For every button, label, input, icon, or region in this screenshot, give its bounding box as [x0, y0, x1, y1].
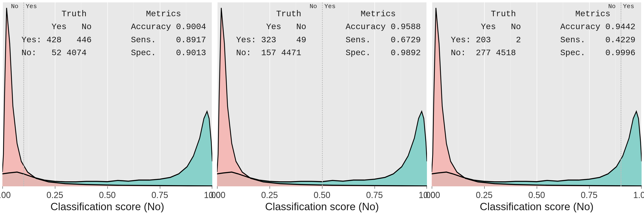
threshold-line — [322, 3, 323, 186]
threshold-yes-label: Yes — [324, 3, 336, 10]
xtick: 0.00 — [209, 190, 226, 200]
threshold-no-label: No — [11, 3, 18, 10]
xtick: 0.75 — [152, 190, 168, 200]
xtick: 0.25 — [46, 190, 63, 200]
xtick: 0.00 — [0, 190, 11, 200]
xtick: 1.00 — [633, 190, 644, 200]
tick-marks — [2, 186, 212, 189]
metrics-block: Metrics Accuracy 0.9442 Sens. 0.4229 Spe… — [560, 8, 636, 60]
x-axis-ticks: 0.00 0.25 0.50 0.75 1.00 — [2, 189, 212, 200]
xtick: 0.25 — [476, 190, 492, 200]
xtick: 0.50 — [314, 190, 330, 200]
xtick: 0.00 — [423, 190, 440, 200]
plot-area: No Yes Truth Yes No Yes: 428 446 No: 52 … — [2, 3, 212, 186]
plot-area: No Yes Truth Yes No Yes: 203 2 No: 277 4… — [432, 3, 642, 186]
x-axis-label: Classification score (No) — [217, 200, 427, 212]
xtick: 0.75 — [581, 190, 598, 200]
chart-panel-1: No Yes Truth Yes No Yes: 323 49 No: 157 … — [215, 0, 429, 215]
x-axis-label: Classification score (No) — [432, 200, 642, 212]
tick-marks — [432, 186, 642, 189]
x-axis-label: Classification score (No) — [2, 200, 212, 212]
xtick: 0.75 — [366, 190, 383, 200]
confusion-matrix-block: Truth Yes No Yes: 203 2 No: 277 4518 — [451, 8, 521, 60]
confusion-matrix-block: Truth Yes No Yes: 323 49 No: 157 4471 — [236, 8, 306, 60]
xtick: 0.50 — [99, 190, 116, 200]
x-axis-ticks: 0.00 0.25 0.50 0.75 1.00 — [217, 189, 427, 200]
threshold-no-label: No — [310, 3, 317, 10]
metrics-block: Metrics Accuracy 0.9588 Sens. 0.6729 Spe… — [346, 8, 421, 60]
chart-panel-2: No Yes Truth Yes No Yes: 203 2 No: 277 4… — [429, 0, 644, 215]
plot-area: No Yes Truth Yes No Yes: 323 49 No: 157 … — [217, 3, 427, 186]
xtick: 0.25 — [261, 190, 278, 200]
confusion-matrix-block: Truth Yes No Yes: 428 446 No: 52 4074 — [22, 8, 92, 60]
xtick: 0.50 — [528, 190, 545, 200]
chart-panel-0: No Yes Truth Yes No Yes: 428 446 No: 52 … — [0, 0, 215, 215]
x-axis-ticks: 0.00 0.25 0.50 0.75 1.00 — [432, 189, 642, 200]
tick-marks — [217, 186, 427, 189]
metrics-block: Metrics Accuracy 0.9004 Sens. 0.8917 Spe… — [131, 8, 206, 60]
